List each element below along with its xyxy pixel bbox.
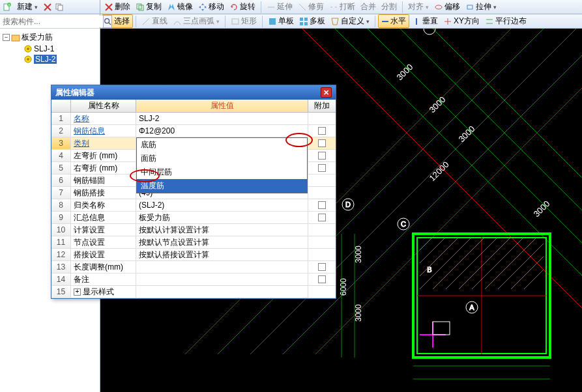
svg-rect-23 — [467, 5, 473, 9]
svg-line-75 — [498, 244, 544, 289]
left-top-bar: + 新建 ▾ — [0, 0, 100, 14]
svg-text:3000: 3000 — [457, 124, 477, 144]
align-button[interactable]: 对齐▾ — [405, 1, 431, 14]
mirror-button[interactable]: 镜像 — [164, 1, 196, 14]
search-button[interactable] — [103, 15, 112, 28]
row-value[interactable]: Φ12@200 — [136, 125, 308, 137]
row-name: 钢筋搭接 — [71, 187, 136, 199]
checkbox[interactable] — [318, 263, 326, 271]
grid-row[interactable]: 11节点设置按默认节点设置计算 — [51, 236, 336, 249]
row-value[interactable]: 按默认搭接设置计算 — [136, 249, 308, 260]
row-add — [308, 162, 336, 174]
single-button[interactable]: 单板 — [265, 15, 297, 28]
grid-row[interactable]: 14备注 — [51, 273, 336, 286]
line-button[interactable]: 直线 — [139, 15, 170, 28]
tree-item-0[interactable]: SLJ-1 — [1, 44, 98, 54]
offset-button[interactable]: 偏移 — [431, 1, 463, 14]
row-value[interactable]: 按默认节点设置计算 — [136, 236, 308, 248]
checkbox[interactable] — [318, 201, 326, 209]
custom-button[interactable]: 自定义▾ — [328, 15, 372, 28]
row-name: 右弯折 (mm) — [71, 162, 136, 174]
grid-row[interactable]: 12搭接设置按默认搭接设置计算 — [51, 249, 336, 261]
search-icon — [104, 18, 111, 25]
new-button[interactable]: 新建 ▾ — [14, 1, 40, 14]
folder-icon — [11, 33, 20, 42]
category-dropdown[interactable]: 底筋面筋中间层筋温度筋 — [136, 137, 308, 193]
row-value[interactable] — [136, 273, 308, 285]
horiz-button[interactable]: 水平 — [378, 14, 409, 28]
copy-button[interactable]: 复制 — [133, 1, 164, 14]
grid-row[interactable]: 9汇总信息板受力筋 — [51, 212, 336, 224]
move-button[interactable]: 移动 — [196, 1, 227, 14]
search-input[interactable] — [0, 16, 103, 27]
rebar-icon — [23, 55, 33, 64]
checkbox[interactable] — [318, 127, 326, 135]
trim-button[interactable]: 修剪 — [295, 1, 327, 14]
row-add — [308, 273, 336, 285]
tree: − 板受力筋 SLJ-1 SLJ-2 — [0, 29, 100, 67]
svg-rect-80 — [433, 322, 450, 335]
multi-button[interactable]: 多板 — [297, 15, 328, 28]
checkbox[interactable] — [318, 214, 326, 221]
checkbox[interactable] — [318, 139, 326, 147]
rect-button[interactable]: 矩形 — [228, 15, 259, 28]
svg-line-74 — [485, 237, 537, 289]
svg-text:6000: 6000 — [339, 278, 348, 296]
svg-line-77 — [524, 270, 544, 289]
dropdown-item[interactable]: 面筋 — [137, 152, 307, 165]
copy-icon[interactable] — [55, 3, 64, 12]
break-button[interactable]: 打断 — [327, 1, 358, 14]
svg-line-66 — [420, 237, 472, 289]
row-value[interactable]: 按默认计算设置计算 — [136, 224, 308, 236]
dialog-titlebar[interactable]: 属性编辑器 ✕ — [51, 85, 336, 100]
vert-button[interactable]: 垂直 — [409, 15, 441, 28]
checkbox[interactable] — [318, 164, 326, 172]
checkbox[interactable] — [318, 275, 326, 283]
tree-item-label: SLJ-1 — [34, 44, 54, 53]
dropdown-item[interactable]: 底筋 — [137, 138, 307, 152]
dropdown-item[interactable]: 温度筋 — [137, 179, 307, 193]
grid-row[interactable]: 8归类名称(SLJ-2) — [51, 199, 336, 212]
row-add — [308, 187, 336, 199]
row-name: 节点设置 — [71, 236, 136, 248]
row-num: 6 — [51, 175, 71, 186]
grid-row[interactable]: 10计算设置按默认计算设置计算 — [51, 224, 336, 236]
rotate-button[interactable]: 旋转 — [227, 1, 258, 14]
row-value[interactable]: (SLJ-2) — [136, 199, 308, 211]
svg-line-68 — [420, 237, 446, 263]
row-num: 13 — [51, 261, 71, 273]
row-num: 15 — [51, 286, 71, 298]
grid-row[interactable]: 13长度调整(mm) — [51, 261, 336, 273]
tree-item-1[interactable]: SLJ-2 — [1, 54, 98, 64]
svg-text:12000: 12000 — [428, 160, 451, 183]
arc-button[interactable]: 三点画弧▾ — [170, 15, 222, 28]
svg-line-71 — [446, 237, 498, 289]
svg-line-8 — [109, 22, 111, 24]
close-button[interactable]: ✕ — [321, 87, 332, 98]
grid-row[interactable]: 15+显示样式 — [51, 286, 336, 298]
row-value[interactable] — [136, 261, 308, 273]
checkbox[interactable] — [318, 152, 326, 160]
merge-button[interactable]: 合并 — [358, 1, 379, 14]
row-value[interactable]: 板受力筋 — [136, 212, 308, 223]
svg-text:3000: 3000 — [395, 62, 415, 82]
xy-button[interactable]: XY方向 — [441, 15, 482, 28]
expand-icon[interactable]: + — [74, 288, 81, 296]
parallel-button[interactable]: 平行边布 — [482, 15, 529, 28]
split-button[interactable]: 分割 — [379, 1, 400, 14]
svg-point-11 — [27, 48, 29, 50]
grid-row[interactable]: 1名称SLJ-2 — [51, 113, 336, 125]
new-icon: + — [3, 3, 12, 12]
row-value[interactable]: SLJ-2 — [136, 113, 308, 124]
tree-toggle-icon[interactable]: − — [3, 34, 10, 41]
stretch-button[interactable]: 拉伸▾ — [463, 1, 499, 14]
row-value[interactable] — [136, 286, 308, 298]
delete-button[interactable]: 删除 — [102, 1, 133, 14]
grid-row[interactable]: 2钢筋信息Φ12@200 — [51, 125, 336, 137]
svg-line-19 — [299, 4, 306, 10]
dropdown-item[interactable]: 中间层筋 — [137, 165, 307, 179]
extend-button[interactable]: 延伸 — [264, 1, 295, 14]
svg-rect-28 — [304, 18, 308, 21]
tree-root[interactable]: − 板受力筋 — [1, 31, 98, 44]
delete-icon[interactable] — [43, 3, 52, 12]
